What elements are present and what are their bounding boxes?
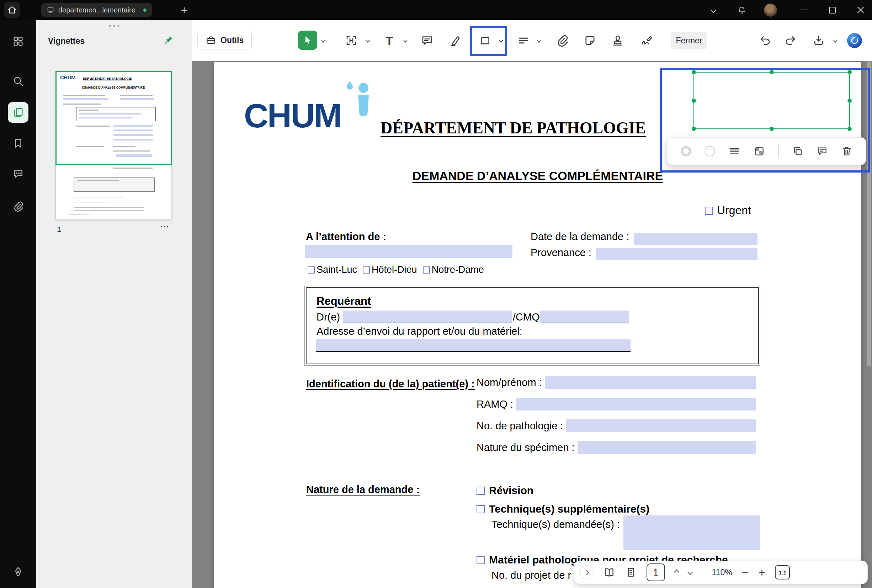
nature-specimen-field[interactable] [578, 441, 756, 454]
select-tool-dropdown[interactable] [322, 39, 325, 42]
edit-header-tool-button[interactable] [345, 34, 358, 47]
selected-rectangle-annotation[interactable] [694, 72, 850, 129]
date-field[interactable] [634, 233, 758, 245]
comment-tool-button[interactable] [421, 34, 433, 47]
edit-header-tool-dropdown[interactable] [366, 39, 369, 42]
resize-handle[interactable] [770, 70, 774, 74]
materiel-checkbox[interactable] [476, 556, 485, 564]
delete-button[interactable] [841, 146, 853, 157]
revision-checkbox[interactable] [476, 487, 485, 495]
attach-tool-button[interactable] [556, 34, 569, 47]
close-icon [857, 6, 865, 14]
note-button[interactable] [817, 146, 828, 157]
site-hotel-dieu-checkbox[interactable] [363, 266, 370, 273]
site-saint-luc-checkbox[interactable] [308, 266, 315, 273]
cmq-field[interactable] [540, 310, 629, 323]
highlighter-tool-button[interactable] [449, 34, 462, 47]
stamp-tool-button[interactable] [611, 34, 624, 47]
tools-button[interactable]: Outils [197, 31, 252, 50]
resize-handle[interactable] [848, 127, 852, 131]
chevron-right-icon [584, 570, 589, 575]
ramq-field[interactable] [516, 398, 756, 411]
zoom-level[interactable]: 110% [712, 568, 732, 578]
sidebar-item-pen[interactable] [12, 566, 24, 578]
facing-pages-button[interactable] [603, 566, 615, 578]
sidebar-item-attachments[interactable] [12, 201, 24, 212]
zoom-out-button[interactable]: − [742, 566, 749, 578]
collapse-bar-button[interactable] [579, 565, 593, 579]
signature-icon [640, 34, 653, 47]
text-tool-dropdown[interactable] [404, 39, 407, 42]
adresse-field[interactable] [316, 339, 631, 352]
site-notre-dame-checkbox[interactable] [423, 266, 430, 273]
stroke-color-swatch[interactable] [681, 146, 691, 156]
lines-tool-dropdown[interactable] [537, 39, 540, 42]
minimize-icon [800, 10, 808, 10]
duplicate-button[interactable] [792, 146, 803, 157]
notifications-button[interactable] [732, 0, 752, 20]
document-tab[interactable]: departemen...lementaire [41, 3, 152, 17]
redo-button[interactable] [784, 34, 796, 46]
requerant-title: Requérant [316, 295, 371, 308]
maximize-button[interactable] [822, 0, 842, 20]
app-logo-button[interactable] [847, 33, 862, 48]
resize-handle[interactable] [692, 70, 696, 74]
stroke-width-button[interactable] [728, 145, 740, 157]
pin-icon[interactable] [163, 35, 174, 45]
resize-handle[interactable] [848, 70, 852, 74]
sidebar-item-bookmarks[interactable] [13, 138, 24, 149]
close-document-button[interactable]: Fermer [671, 32, 707, 50]
apps-grid-icon [12, 36, 24, 47]
text-tool-button[interactable]: T [386, 34, 393, 48]
resize-handle[interactable] [770, 127, 774, 131]
signature-tool-button[interactable] [640, 34, 653, 47]
account-button[interactable] [760, 0, 780, 20]
sidebar-item-thumbnails[interactable] [8, 102, 28, 123]
undo-button[interactable] [759, 34, 772, 46]
sidebar-rail [0, 20, 36, 588]
resize-handle[interactable] [692, 99, 696, 103]
resize-handle[interactable] [848, 99, 852, 103]
select-tool-button[interactable] [298, 31, 317, 50]
lines-tool-button[interactable] [517, 34, 530, 47]
thumbnail-viewport-indicator[interactable] [55, 71, 172, 165]
minimize-button[interactable] [794, 0, 814, 20]
rectangle-tool-callout [470, 26, 507, 56]
save-button[interactable] [813, 34, 825, 46]
page-scroll-button[interactable] [625, 566, 637, 578]
thumbnail-more-button[interactable]: ⋯ [160, 221, 170, 232]
sidebar-item-search[interactable] [12, 75, 24, 87]
fill-color-swatch[interactable] [704, 146, 715, 156]
sidebar-item-apps[interactable] [12, 36, 24, 47]
page-number-input[interactable]: 1 [647, 564, 665, 581]
resize-handle[interactable] [692, 127, 696, 131]
page-thumbnail[interactable]: CHUM DÉPARTEMENT DE PATHOLOGIE DEMANDE D… [55, 71, 171, 220]
sidebar-item-comments[interactable] [12, 168, 24, 180]
heading-frame-icon [345, 34, 358, 47]
provenance-field[interactable] [596, 248, 758, 260]
nom-prenom-field[interactable] [545, 376, 756, 389]
save-dropdown[interactable] [834, 39, 837, 42]
titlebar-chevron-button[interactable] [703, 0, 723, 20]
zoom-in-button[interactable]: + [758, 566, 765, 578]
no-pathologie-label: No. de pathologie : [476, 420, 563, 432]
opacity-checker-button[interactable] [754, 146, 765, 157]
next-page-button[interactable] [688, 569, 692, 576]
no-pathologie-field[interactable] [566, 419, 756, 432]
actual-size-button[interactable]: 1:1 [775, 565, 790, 579]
technique-checkbox[interactable] [476, 505, 485, 513]
home-button[interactable] [4, 2, 20, 18]
previous-page-button[interactable] [675, 569, 679, 576]
dr-field[interactable] [343, 310, 512, 323]
close-button[interactable] [851, 0, 871, 20]
drag-handle-dots[interactable] [109, 25, 119, 27]
attention-field[interactable] [305, 245, 512, 258]
urgent-checkbox[interactable] [705, 207, 713, 215]
select-cursor-icon [303, 35, 313, 45]
redo-icon [784, 34, 796, 46]
new-tab-button[interactable]: + [177, 2, 192, 18]
technique-demandee-field[interactable] [623, 515, 760, 550]
sticker-tool-button[interactable] [584, 34, 596, 47]
text-tool-icon: T [386, 34, 393, 48]
titlebar: departemen...lementaire + [0, 0, 872, 20]
